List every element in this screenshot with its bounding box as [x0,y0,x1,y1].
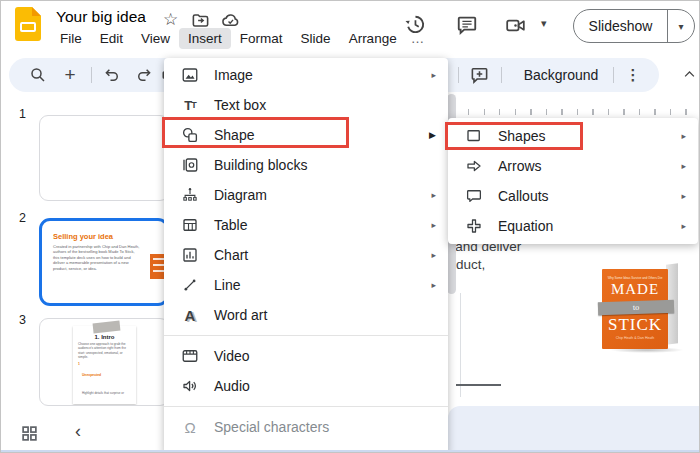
menu-item-image[interactable]: Image ▸ [164,60,448,90]
menu-item-line[interactable]: Line ▸ [164,270,448,300]
undo-icon[interactable] [99,58,125,92]
arrows-icon [464,157,484,175]
menubar-item-file[interactable]: File [51,28,91,49]
version-history-icon[interactable] [403,12,426,35]
star-icon[interactable]: ☆ [163,9,178,30]
submenu-arrow-icon: ▸ [681,191,686,201]
comment-icon[interactable] [456,14,478,36]
slide-number: 1 [19,107,26,121]
slide-thumbnail-2-selected[interactable]: Selling your idea Created in partnership… [39,218,169,306]
toolbar-more-icon[interactable]: ⋮ [621,58,645,92]
slide3-point: 1 UnexpectedHighlight details that surpr… [78,362,131,406]
menu-item-table[interactable]: Table ▸ [164,210,448,240]
add-slide-button[interactable]: + [57,58,83,92]
menubar-item-insert[interactable]: Insert [179,28,231,49]
menu-item-audio[interactable]: Audio [164,371,448,401]
book-authors: Chip Heath & Dan Heath [602,336,668,340]
line-icon [180,276,200,294]
made-to-stick-book-image[interactable]: Why Some Ideas Survive and Others Die MA… [600,261,692,353]
top-bar: Your big idea ☆ File Edit View Insert Fo… [1,1,700,51]
shapes-icon [464,127,484,145]
camera-dropdown-icon[interactable]: ▾ [541,17,547,30]
menubar-item-edit[interactable]: Edit [91,28,132,49]
slide-thumbnail-1[interactable]: Making Presentations That Stick A guide … [39,115,169,201]
notes-area [448,406,700,451]
submenu-arrow-icon: ▸ [431,70,436,80]
text-box-icon: TT [180,98,200,113]
submenu-arrow-icon: ▸ [431,220,436,230]
collapse-filmstrip-icon[interactable]: ‹ [75,421,81,442]
book-title-bottom: STICK [602,315,668,335]
slide-number: 2 [19,211,26,225]
slide3-tape [93,321,121,334]
submenu-arrow-icon: ▸ [431,250,436,260]
omega-icon: Ω [180,419,200,436]
book-title-top: MADE [602,281,668,298]
menubar-item-view[interactable]: View [132,28,179,49]
menu-item-special-characters[interactable]: Ω Special characters [164,412,448,442]
document-title[interactable]: Your big idea [56,8,146,26]
menubar-item-arrange[interactable]: Arrange [340,28,406,49]
chart-icon [180,246,200,264]
video-icon [180,347,200,365]
table-icon [180,216,200,234]
slide-number: 3 [19,313,26,327]
menu-item-building-blocks[interactable]: Building blocks [164,150,448,180]
slideshow-label: Slideshow [574,18,667,34]
submenu-arrow-icon: ▸ [431,280,436,290]
horizontal-ruler [453,109,698,115]
building-blocks-icon [180,156,200,174]
grid-view-icon[interactable] [21,425,38,442]
slide2-body: Created in partnership with Chip and Dan… [53,244,141,271]
add-comment-icon[interactable] [465,58,493,92]
slide3-paper: 1. Intro Choose one approach to grab the… [73,326,136,404]
submenu-arrow-icon: ▸ [431,190,436,200]
equation-icon [464,217,484,235]
image-icon [180,66,200,84]
menubar-item-format[interactable]: Format [231,28,292,49]
diagram-icon [180,186,200,204]
submenu-item-equation[interactable]: Equation ▸ [448,211,698,241]
submenu-item-shapes[interactable]: Shapes ▸ [448,121,698,151]
slide-thumbnail-3[interactable]: 1. Intro Choose one approach to grab the… [39,318,169,406]
slides-app-icon[interactable] [15,7,41,41]
slideshow-dropdown-icon[interactable]: ▾ [668,21,694,32]
submenu-item-callouts[interactable]: Callouts ▸ [448,181,698,211]
slide1-title: Making Presentations That Stick [74,134,168,154]
menu-item-text-box[interactable]: TT Text box [164,90,448,120]
menu-separator [164,406,448,407]
menu-item-video[interactable]: Video [164,341,448,371]
slideshow-button[interactable]: Slideshow ▾ [573,9,695,43]
google-slides-window: Your big idea ☆ File Edit View Insert Fo… [0,0,700,453]
collapse-toolbar-icon[interactable] [682,67,697,82]
menu-item-chart[interactable]: Chart ▸ [164,240,448,270]
slide2-heading: Selling your idea [53,232,113,241]
background-button[interactable]: Background [513,58,609,92]
submenu-arrow-icon: ▸ [681,131,686,141]
submenu-arrow-icon: ▸ [681,221,686,231]
shape-icon [180,126,200,144]
slide1-subtitle: A guide by Chip Heath & Dan Heath [74,180,168,185]
menu-item-shape[interactable]: Shape ▶ [164,120,448,150]
slide-divider-line [456,384,501,386]
book-cover: Why Some Ideas Survive and Others Die MA… [602,269,668,349]
audio-icon [180,377,200,395]
submenu-arrow-icon: ▸ [681,161,686,171]
menu-item-diagram[interactable]: Diagram ▸ [164,180,448,210]
slide3-heading: 1. Intro [78,334,131,340]
book-header-text: Why Some Ideas Survive and Others Die [602,276,668,280]
insert-menu: Image ▸ TT Text box Shape ▶ Building blo… [164,58,448,453]
redo-icon[interactable] [131,58,157,92]
menubar-item-slide[interactable]: Slide [292,28,340,49]
zoom-icon[interactable] [25,58,51,92]
submenu-item-arrows[interactable]: Arrows ▸ [448,151,698,181]
word-art-icon: A [180,307,200,324]
menu-item-word-art[interactable]: A Word art [164,300,448,330]
menu-separator [164,335,448,336]
shape-submenu: Shapes ▸ Arrows ▸ Callouts ▸ Equation ▸ [448,118,698,244]
menu-bar: File Edit View Insert Format Slide Arran… [51,28,429,49]
video-camera-icon[interactable] [504,15,527,36]
slide3-lead: Choose one approach to grab the audience… [78,342,131,360]
slide-page-edge [460,293,461,397]
book-tape: to [598,300,674,316]
